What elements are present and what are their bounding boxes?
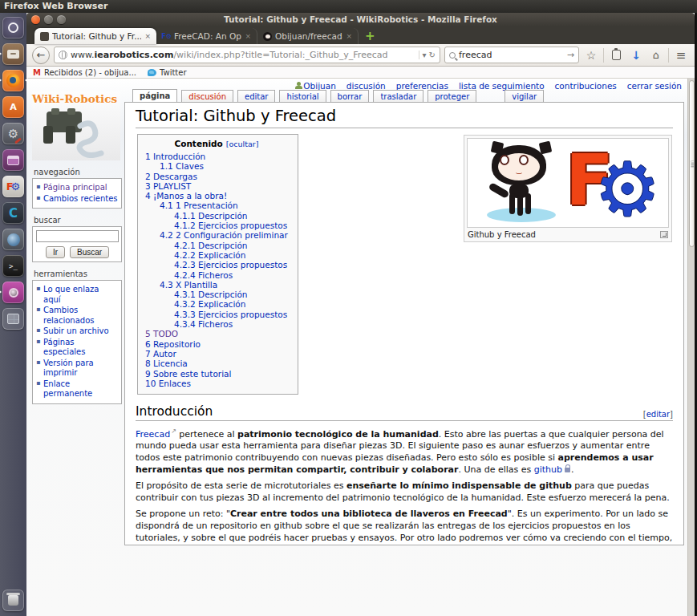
launcher-icon-purple-terminal[interactable] bbox=[2, 149, 24, 171]
thumbnail-box[interactable]: F ⚙ Github y Freecad bbox=[464, 135, 672, 242]
launcher-icon-software-center[interactable]: A bbox=[2, 96, 24, 118]
toc-item[interactable]: 4.2 2 Configuración preliminar bbox=[145, 230, 288, 240]
tab-close-icon[interactable]: × bbox=[245, 32, 251, 40]
toc-item[interactable]: 4.1.2 Ejercicios propuestos bbox=[145, 221, 288, 230]
wiki-logo[interactable]: Wiki-Robotics bbox=[32, 91, 120, 160]
intro-paragraph-3: Se propone un reto: "Crear entre todos u… bbox=[136, 509, 673, 545]
desktop: Firefox Web Browser A ⚙ F⚙ C >_ Tutorial… bbox=[0, 0, 697, 616]
launcher-icon-media-player[interactable] bbox=[2, 282, 24, 303]
portlet-tools: herramientas Lo que enlaza aquí Cambios … bbox=[32, 270, 122, 404]
tab-proteger[interactable]: proteger bbox=[428, 90, 476, 102]
search-bar[interactable]: freecad → bbox=[444, 47, 579, 63]
toc-item[interactable]: 4.3.2 Explicación bbox=[145, 299, 288, 309]
reload-icon[interactable]: ↻ bbox=[429, 51, 436, 59]
url-text[interactable]: www.iearobotics.com/wiki/index.php?title… bbox=[71, 50, 415, 60]
toc-item[interactable]: 4.2.1 Descripción bbox=[145, 241, 288, 250]
user-icon bbox=[295, 82, 302, 89]
wiki-search-input[interactable] bbox=[36, 230, 119, 242]
sidebar-link-main-page[interactable]: Página principal bbox=[36, 183, 119, 193]
url-bar[interactable]: www.iearobotics.com/wiki/index.php?title… bbox=[54, 47, 440, 63]
toc-item[interactable]: 4.3.3 Ejercicios propuestos bbox=[145, 310, 288, 319]
github-external-link[interactable]: github bbox=[534, 464, 562, 475]
toc-item[interactable]: 4.2.3 Ejercicios propuestos bbox=[145, 260, 288, 270]
freecad-gear-logo: ⚙ bbox=[594, 153, 660, 227]
tab-editar[interactable]: editar bbox=[237, 90, 275, 102]
tab-trasladar[interactable]: trasladar bbox=[373, 90, 423, 102]
toc-item[interactable]: 4.1.1 Descripción bbox=[145, 211, 288, 221]
sidebar-link-whatlinkshere[interactable]: Lo que enlaza aquí bbox=[36, 285, 119, 305]
minimize-button[interactable] bbox=[44, 15, 53, 24]
tab-tutorial-github-freecad[interactable]: Tutorial: Github y Fr... × bbox=[34, 28, 156, 44]
url-dropdown-icon[interactable]: ▾ bbox=[423, 51, 427, 59]
tab-vigilar[interactable]: vigilar bbox=[505, 90, 544, 102]
toc-item[interactable]: 7 Autor bbox=[145, 349, 288, 359]
lock-icon bbox=[565, 468, 570, 472]
tab-borrar[interactable]: borrar bbox=[330, 90, 370, 102]
tab-close-icon[interactable]: × bbox=[144, 32, 151, 40]
site-identity-icon[interactable] bbox=[59, 51, 67, 59]
freecad-external-link[interactable]: Freecad bbox=[136, 429, 176, 440]
bookmark-gmail[interactable]: M Recibidos (2) - obijua... bbox=[33, 68, 136, 77]
launcher-icon-files[interactable] bbox=[2, 43, 24, 65]
toc-item[interactable]: 4 ¡Manos a la obra! bbox=[145, 191, 288, 201]
toc-item[interactable]: 2 Descargas bbox=[145, 172, 288, 181]
sidebar-link-printable[interactable]: Versión para imprimir bbox=[36, 359, 119, 379]
launcher-icon-chromium[interactable] bbox=[2, 229, 24, 250]
bookmark-star-icon[interactable]: ☆ bbox=[583, 49, 599, 62]
toc-item[interactable]: 4.2.2 Explicación bbox=[145, 250, 288, 260]
search-go-icon[interactable]: → bbox=[567, 50, 574, 60]
github-freecad-image[interactable]: F ⚙ bbox=[467, 138, 669, 228]
tab-close-icon[interactable]: × bbox=[346, 32, 352, 40]
toc-item[interactable]: 4.2.4 Ficheros bbox=[145, 270, 288, 280]
toc-item[interactable]: 4.1 1 Presentación bbox=[145, 201, 288, 210]
close-button[interactable] bbox=[31, 15, 40, 24]
scrollbar-thumb[interactable] bbox=[689, 80, 695, 247]
launcher-icon-trash[interactable] bbox=[2, 590, 24, 611]
window-titlebar[interactable]: Tutorial: Github y Freecad - WikiRobotic… bbox=[26, 13, 695, 26]
clipboard-icon[interactable] bbox=[608, 50, 624, 60]
toc-item[interactable]: 9 Sobre este tutorial bbox=[145, 369, 288, 379]
back-button[interactable]: ← bbox=[32, 47, 50, 64]
toc-item[interactable]: 8 Licencia bbox=[145, 359, 288, 368]
sidebar-link-special-pages[interactable]: Páginas especiales bbox=[36, 338, 119, 358]
launcher-icon-workspace-switcher[interactable] bbox=[2, 308, 24, 330]
go-button[interactable]: Ir bbox=[46, 246, 65, 258]
new-tab-button[interactable]: + bbox=[365, 28, 375, 44]
toc-item[interactable]: 1 Introducción bbox=[145, 152, 288, 161]
launcher-icon-freecad[interactable]: F⚙ bbox=[2, 176, 24, 197]
toc-item[interactable]: 4.3 X Plantilla bbox=[145, 280, 288, 290]
downloads-icon[interactable]: ↓ bbox=[628, 49, 644, 62]
toc-item[interactable]: 3 PLAYLIST bbox=[145, 181, 288, 191]
edit-section-link[interactable]: [editar] bbox=[643, 410, 673, 419]
page-scrollbar[interactable] bbox=[687, 79, 695, 616]
tab-historial[interactable]: historial bbox=[279, 90, 326, 102]
launcher-icon-cura[interactable]: C bbox=[2, 202, 24, 224]
toc-item[interactable]: 1.1 Claves bbox=[145, 161, 288, 171]
tab-github-repo[interactable]: Obijuan/freecad-key... × bbox=[257, 28, 359, 44]
search-icon[interactable] bbox=[449, 52, 456, 59]
tab-discusion[interactable]: discusión bbox=[181, 90, 233, 102]
search-button[interactable]: Buscar bbox=[70, 246, 109, 258]
sidebar-link-recent-changes[interactable]: Cambios recientes bbox=[36, 194, 119, 205]
toc-item[interactable]: 4.3.1 Descripción bbox=[145, 290, 288, 299]
bookmark-twitter[interactable]: Twitter bbox=[148, 68, 187, 77]
home-icon[interactable]: ⌂ bbox=[648, 49, 664, 61]
enlarge-icon[interactable] bbox=[660, 231, 668, 238]
launcher-icon-firefox[interactable] bbox=[2, 70, 24, 91]
toc-item[interactable]: 5 TODO bbox=[145, 329, 288, 338]
tab-freecad-site[interactable]: F⚙ FreeCAD: An Open S... × bbox=[156, 28, 257, 44]
sidebar-link-upload[interactable]: Subir un archivo bbox=[36, 326, 119, 337]
launcher-icon-dash[interactable] bbox=[2, 17, 24, 38]
menu-icon[interactable]: ≡ bbox=[673, 48, 689, 63]
sidebar-link-related-changes[interactable]: Cambios relacionados bbox=[36, 306, 119, 326]
maximize-button[interactable] bbox=[57, 15, 66, 24]
toc-hide-link[interactable]: [ocultar] bbox=[226, 140, 259, 148]
toc-item[interactable]: 6 Repositorio bbox=[145, 339, 288, 349]
launcher-icon-terminal[interactable]: >_ bbox=[2, 255, 24, 277]
toc-item[interactable]: 4.3.4 Ficheros bbox=[145, 319, 288, 329]
toc-item[interactable]: 10 Enlaces bbox=[145, 379, 288, 388]
launcher-icon-system-settings[interactable]: ⚙ bbox=[2, 123, 24, 144]
tab-pagina[interactable]: página bbox=[132, 89, 177, 102]
sidebar-link-permalink[interactable]: Enlace permanente bbox=[36, 379, 119, 399]
search-input[interactable]: freecad bbox=[459, 50, 564, 60]
